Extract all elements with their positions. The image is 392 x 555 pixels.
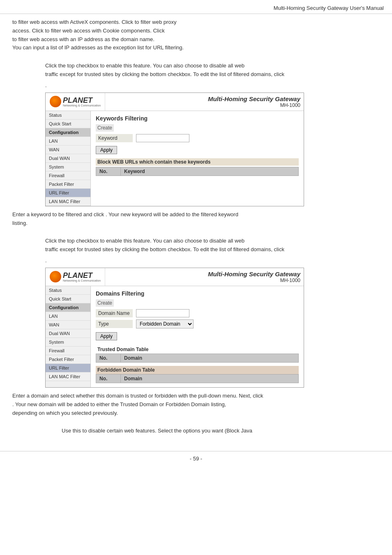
sidebar-item-packetfilter-1[interactable]: Packet Filter [46,180,90,189]
panel-header-1: PLANET Networking & Communication Multi-… [46,93,304,111]
planet-text-1: PLANET Networking & Communication [63,97,101,107]
sidebar-item-packetfilter-2[interactable]: Packet Filter [46,355,90,364]
panel-header-2: PLANET Networking & Communication Multi-… [46,268,304,286]
sidebar-item-system-1[interactable]: System [46,163,90,171]
sidebar-2: Status Quick Start Configuration LAN WAN… [46,286,91,387]
panel-logo-1: PLANET Networking & Communication [46,93,105,111]
trusted-col-domain: Domain [121,354,298,362]
sidebar-item-system-2[interactable]: System [46,338,90,347]
keywords-section-title: Keywords Filtering [96,115,299,122]
forbidden-table-header: No. Domain [96,374,299,383]
keyword-input[interactable] [136,134,189,142]
panel-title-area-2: Multi-Homing Security Gateway MH-1000 [105,268,304,286]
forbidden-table-section: Forbidden Domain Table No. Domain [96,366,299,383]
block-title-1: Block WEB URLs which contain these keywo… [96,158,299,166]
sidebar-item-dualwan-1[interactable]: Dual WAN [46,154,90,163]
sidebar-item-urlfilter-2[interactable]: URL Filter [46,364,90,372]
trusted-col-no: No. [96,354,121,362]
keywords-filtering-panel: PLANET Networking & Communication Multi-… [45,92,304,206]
planet-logo-1: PLANET Networking & Communication [50,96,101,107]
panel-title-main-2: Multi-Homing Security Gateway [208,271,300,278]
trusted-table-header: No. Domain [96,354,299,363]
sidebar-item-configuration-2[interactable]: Configuration [46,303,90,312]
sidebar-item-status-1[interactable]: Status [46,111,90,120]
sidebar-item-dualwan-2[interactable]: Dual WAN [46,329,90,338]
planet-logo-2: PLANET Networking & Communication [50,271,101,282]
type-select[interactable]: Forbidden Domain Trusted Domain [136,319,194,328]
sidebar-item-configuration-1[interactable]: Configuration [46,128,90,137]
keywords-col-keyword: Keyword [121,167,298,176]
panel-main-2: Domains Filtering Create Domain Name Typ… [91,286,304,387]
domains-section-title: Domains Filtering [96,290,299,297]
sidebar-item-status-2[interactable]: Status [46,286,90,295]
sidebar-item-firewall-2[interactable]: Firewall [46,347,90,355]
type-label: Type [96,320,133,328]
sidebar-item-urlfilter-1[interactable]: URL Filter [46,189,90,197]
panel-body-1: Status Quick Start Configuration LAN WAN… [46,111,304,206]
sidebar-item-lan-1[interactable]: LAN [46,137,90,146]
create-label-1: Create [96,124,114,132]
keywords-col-no: No. [96,167,121,176]
forbidden-col-domain: Domain [121,375,298,383]
page-number: - 59 - [190,456,202,462]
content-area: to filter web access with ActiveX compon… [0,14,392,443]
sidebar-item-wan-2[interactable]: WAN [46,321,90,329]
sidebar-item-firewall-1[interactable]: Firewall [46,171,90,180]
panel-main-1: Keywords Filtering Create Keyword Apply … [91,111,304,206]
type-form-row: Type Forbidden Domain Trusted Domain [96,319,299,328]
domain-name-input[interactable] [136,309,189,317]
footer: - 59 - [0,451,392,466]
trusted-table-section: Trusted Domain Table No. Domain [96,345,299,363]
page-header: Multi-Homing Security Gateway User's Man… [0,0,392,14]
planet-icon-2 [50,271,61,282]
planet-text-2: PLANET Networking & Communication [63,272,101,282]
trusted-table-title: Trusted Domain Table [96,345,299,354]
dot-separator-2: . [12,257,380,264]
panel-logo-2: PLANET Networking & Communication [46,268,105,286]
panel-body-2: Status Quick Start Configuration LAN WAN… [46,286,304,387]
page-container: Multi-Homing Security Gateway User's Man… [0,0,392,555]
keyword-label: Keyword [96,134,133,142]
planet-subtext-2: Networking & Communication [63,279,101,282]
intro-paragraph-2: Click the top checkbox to enable this fe… [12,62,380,79]
intro-paragraph-3: Click the top checkbox to enable this fe… [12,237,380,254]
sidebar-1: Status Quick Start Configuration LAN WAN… [46,111,91,206]
sidebar-item-quickstart-2[interactable]: Quick Start [46,295,90,303]
header-title: Multi-Homing Security Gateway User's Man… [274,5,384,11]
outro-text: Enter a domain and select whether this d… [12,392,380,417]
panel-title-model-1: MH-1000 [280,102,300,108]
sidebar-item-lan-2[interactable]: LAN [46,312,90,321]
keywords-table-header: No. Keyword [96,167,299,176]
domains-filtering-panel: PLANET Networking & Communication Multi-… [45,268,304,388]
planet-name-1: PLANET [63,97,101,104]
planet-subtext-1: Networking & Communication [63,104,101,107]
planet-icon-1 [50,96,61,107]
keyword-form-row: Keyword [96,134,299,142]
planet-name-2: PLANET [63,272,101,279]
sidebar-item-wan-1[interactable]: WAN [46,146,90,154]
forbidden-col-no: No. [96,375,121,383]
dot-separator-1: . [12,82,380,88]
apply-button-1[interactable]: Apply [96,146,117,154]
apply-button-2[interactable]: Apply [96,332,117,340]
final-text: Use this to disable certain web features… [12,427,380,435]
domain-name-label: Domain Name [96,309,133,317]
forbidden-table-title: Forbidden Domain Table [96,366,299,374]
panel-title-main-1: Multi-Homing Security Gateway [208,95,300,102]
panel-title-area-1: Multi-Homing Security Gateway MH-1000 [105,93,304,111]
sidebar-item-lanmac-1[interactable]: LAN MAC Filter [46,197,90,206]
intro-paragraph-1: to filter web access with ActiveX compon… [12,18,380,52]
sidebar-item-lanmac-2[interactable]: LAN MAC Filter [46,372,90,381]
domain-name-form-row: Domain Name [96,309,299,317]
panel-title-model-2: MH-1000 [280,278,300,283]
between-text-1: Enter a keyword to be filtered and click… [12,210,380,228]
sidebar-item-quickstart-1[interactable]: Quick Start [46,120,90,128]
create-label-2: Create [96,299,114,307]
